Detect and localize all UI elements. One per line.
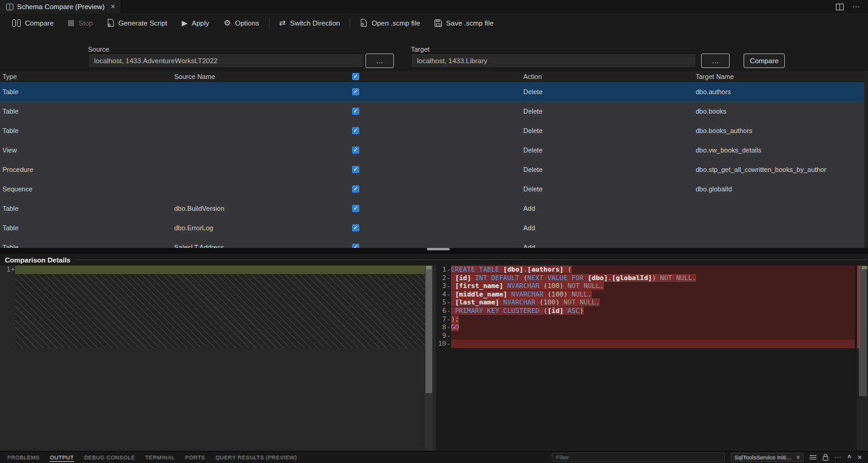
select-all-checkbox[interactable]: ✓ xyxy=(352,73,359,80)
diff-remove-marker: - xyxy=(446,332,451,340)
include-checkbox[interactable]: ✓ xyxy=(352,146,359,154)
diff-removed-line: 5- [last_name] NVARCHAR (100) NOT NULL, xyxy=(436,298,868,307)
include-checkbox[interactable]: ✓ xyxy=(352,224,359,231)
options-icon: ⚙ xyxy=(224,18,231,27)
panel-tab-query-results-preview-[interactable]: QUERY RESULTS (PREVIEW) xyxy=(215,451,297,463)
row-checkbox-cell: ✓ xyxy=(347,88,364,95)
include-checkbox[interactable]: ✓ xyxy=(352,127,359,134)
details-resize-sash[interactable] xyxy=(0,248,868,254)
grid-horizontal-scrollbar[interactable] xyxy=(427,248,450,250)
lock-scroll-icon[interactable] xyxy=(822,454,829,461)
tab-schema-compare[interactable]: Schema Compare (Preview) × xyxy=(0,0,121,13)
grid-vertical-scrollbar[interactable] xyxy=(864,71,868,248)
panel-more-icon[interactable]: ⋯ xyxy=(835,453,841,461)
toolbar-stop-button[interactable]: Stop xyxy=(61,13,100,32)
table-row[interactable]: Table✓Deletedbo.authors xyxy=(0,82,864,101)
diff-removed-line: 1-CREATE TABLE [dbo].[authors] ( xyxy=(436,266,868,274)
row-checkbox-cell: ✓ xyxy=(347,205,364,212)
include-checkbox[interactable]: ✓ xyxy=(352,205,359,212)
toolbar-item-label: Generate Script xyxy=(118,19,168,27)
row-type: Table xyxy=(0,108,174,115)
line-number: 7 xyxy=(436,315,446,324)
grid-header-row: Type Source Name ✓ Action Target Name xyxy=(0,71,864,82)
diff-removed-line: 6- PRIMARY KEY CLUSTERED ([id] ASC) xyxy=(436,307,868,315)
removed-line-body: ); xyxy=(451,315,855,324)
table-row[interactable]: Sequence✓Deletedbo.globalId xyxy=(0,179,864,199)
toolbar-options-button[interactable]: ⚙Options xyxy=(217,13,266,32)
line-number: 2 xyxy=(436,274,446,283)
panel-tab-terminal[interactable]: TERMINAL xyxy=(145,451,175,463)
row-action: Delete xyxy=(523,185,696,193)
source-scrollbar-thumb[interactable] xyxy=(426,266,432,393)
include-checkbox[interactable]: ✓ xyxy=(352,244,359,248)
row-action: Delete xyxy=(523,166,696,173)
panel-tab-problems[interactable]: PROBLEMS xyxy=(7,451,39,463)
row-source-name: dbo.BuildVersion xyxy=(174,205,347,212)
row-target-name: dbo.books_authors xyxy=(696,127,864,134)
target-browse-button[interactable]: … xyxy=(701,53,730,68)
close-panel-icon[interactable]: × xyxy=(857,453,862,462)
table-row[interactable]: Tabledbo.BuildVersion✓Add xyxy=(0,199,864,218)
table-row[interactable]: Table✓Deletedbo.books xyxy=(0,101,864,121)
include-checkbox[interactable]: ✓ xyxy=(352,88,359,95)
table-row[interactable]: Tabledbo.ErrorLog✓Add xyxy=(0,218,864,238)
line-number: 9 xyxy=(436,332,446,340)
toolbar-switch-direction-button[interactable]: ⇄Switch Direction xyxy=(272,13,347,32)
apply-icon: ▶ xyxy=(182,19,188,27)
removed-line-body: CREATE TABLE [dbo].[authors] ( xyxy=(451,266,855,274)
output-filter-input[interactable] xyxy=(552,453,725,462)
code-text: [last_name] NVARCHAR (100) NOT NULL, xyxy=(451,298,600,306)
compare-button[interactable]: Compare xyxy=(744,53,785,68)
chevron-down-icon: ∨ xyxy=(796,454,800,460)
open-scmp-icon xyxy=(360,19,367,27)
editor-actions: ⋯ xyxy=(836,0,868,13)
table-row[interactable]: View✓Deletedbo.vw_books_details xyxy=(0,140,864,160)
source-input[interactable] xyxy=(88,53,364,68)
line-number: 3 xyxy=(436,282,446,290)
tab-close-icon[interactable]: × xyxy=(110,2,115,11)
column-header-action: Action xyxy=(523,73,696,80)
include-checkbox[interactable]: ✓ xyxy=(352,166,359,173)
diff-remove-marker: - xyxy=(446,307,451,315)
table-row[interactable]: Table✓Deletedbo.books_authors xyxy=(0,121,864,140)
table-row[interactable]: TableSalesLT.Address✓Add xyxy=(0,238,864,248)
target-pane-scrollbar[interactable] xyxy=(857,266,868,451)
toolbar-open-scmp-button[interactable]: Open .scmp file xyxy=(353,13,427,32)
target-scrollbar-thumb[interactable] xyxy=(859,266,867,396)
row-checkbox-cell: ✓ xyxy=(347,185,364,193)
toolbar-item-label: Stop xyxy=(78,19,93,27)
more-actions-icon[interactable]: ⋯ xyxy=(852,2,860,11)
output-channel-select[interactable]: SqlToolsService Initializ ∨ xyxy=(731,453,804,462)
row-action: Delete xyxy=(523,127,696,134)
code-text: [id] INT DEFAULT (NEXT VALUE FOR [dbo].[… xyxy=(451,274,696,282)
panel-tab-ports[interactable]: PORTS xyxy=(185,451,205,463)
diff-remove-marker: - xyxy=(446,266,451,274)
table-row[interactable]: Procedure✓Deletedbo.stp_get_all_cowritte… xyxy=(0,160,864,179)
include-checkbox[interactable]: ✓ xyxy=(352,108,359,115)
source-browse-button[interactable]: … xyxy=(365,53,394,68)
row-checkbox-cell: ✓ xyxy=(347,108,364,115)
toolbar-compare-button[interactable]: Compare xyxy=(5,13,61,32)
details-title: Comparison Details xyxy=(5,256,70,264)
diff-target-pane: 1-CREATE TABLE [dbo].[authors] (2- [id] … xyxy=(436,266,868,451)
added-line-body xyxy=(15,266,425,274)
compare-icon xyxy=(12,19,21,27)
include-checkbox[interactable]: ✓ xyxy=(352,185,359,193)
panel-tab-output[interactable]: OUTPUT xyxy=(50,451,73,463)
row-type: Table xyxy=(0,88,174,95)
split-editor-icon[interactable] xyxy=(836,4,844,10)
toolbar-save-scmp-button[interactable]: Save .scmp file xyxy=(427,13,501,32)
toolbar-item-label: Switch Direction xyxy=(290,19,340,27)
clear-output-icon[interactable] xyxy=(810,454,816,461)
maximize-panel-icon[interactable]: ^ xyxy=(847,454,851,461)
toolbar-item-label: Apply xyxy=(192,19,209,27)
toolbar-apply-button[interactable]: ▶Apply xyxy=(175,13,217,32)
diff-editor: 1+ 1-CREATE TABLE [dbo].[authors] (2- [i… xyxy=(0,266,868,451)
target-input[interactable] xyxy=(411,53,696,68)
source-pane-scrollbar[interactable] xyxy=(425,266,433,451)
generate-script-icon xyxy=(107,19,114,27)
row-checkbox-cell: ✓ xyxy=(347,127,364,134)
panel-tab-debug-console[interactable]: DEBUG CONSOLE xyxy=(84,451,135,463)
toolbar-generate-script-button[interactable]: Generate Script xyxy=(100,13,175,32)
diff-removed-line: 2- [id] INT DEFAULT (NEXT VALUE FOR [dbo… xyxy=(436,274,868,283)
